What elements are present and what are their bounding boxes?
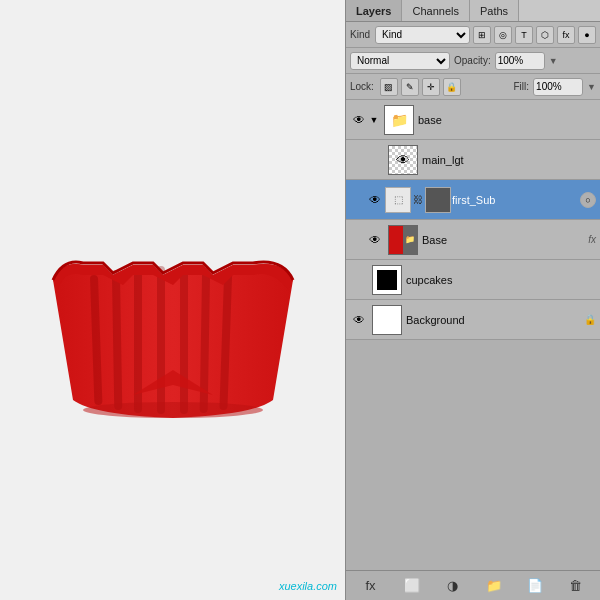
new-group-icon[interactable]: 📁 [484,576,504,596]
layer-name-first-sub: first_Sub [452,194,580,206]
filter-icon-1[interactable]: ⊞ [473,26,491,44]
visibility-circle[interactable]: ○ [580,192,596,208]
filter-icon-5[interactable]: fx [557,26,575,44]
lock-label: Lock: [350,81,374,92]
panel-tabs: Layers Channels Paths [346,0,600,22]
layer-name-cupcakes: cupcakes [406,274,596,286]
layer-thumb-cupcakes [372,265,402,295]
layer-item-background[interactable]: 👁 Background 🔒 [346,300,600,340]
layer-thumb-first-sub-1: ⬚ [385,187,411,213]
fill-arrow[interactable]: ▼ [587,82,596,92]
fx-indicator: fx [588,234,596,245]
layer-thumb-base-layer: 📁 [388,225,418,255]
layer-name-base-group: base [418,114,596,126]
expand-icon-base[interactable]: ▼ [368,111,380,129]
filter-label: Kind [350,29,370,40]
eye-icon-first-sub[interactable]: 👁 [366,191,384,209]
tab-layers[interactable]: Layers [346,0,402,21]
lock-move-btn[interactable]: ✛ [422,78,440,96]
lock-icons: ▨ ✎ ✛ 🔒 [380,78,461,96]
filter-icon-4[interactable]: ⬡ [536,26,554,44]
tab-channels[interactable]: Channels [402,0,469,21]
lock-row: Lock: ▨ ✎ ✛ 🔒 Fill: ▼ [346,74,600,100]
layer-thumb-first-sub-2 [425,187,451,213]
delete-layer-icon[interactable]: 🗑 [566,576,586,596]
layer-item-cupcakes[interactable]: 👁 cupcakes [346,260,600,300]
chain-icon: ⛓ [413,194,423,205]
eye-icon-background[interactable]: 👁 [350,311,368,329]
svg-rect-3 [157,266,165,414]
layer-thumb-base-group: 📁 [384,105,414,135]
filter-icon-2[interactable]: ◎ [494,26,512,44]
layer-item-first-sub[interactable]: 👁 ⬚ ⛓ first_Sub ○ [346,180,600,220]
adjustment-icon[interactable]: ◑ [443,576,463,596]
fill-input[interactable] [533,78,583,96]
opacity-arrow[interactable]: ▼ [549,56,558,66]
opacity-label: Opacity: [454,55,491,66]
lock-icon-background: 🔒 [584,314,596,325]
layer-name-main-lgt: main_lgt [422,154,596,166]
filter-icon-3[interactable]: T [515,26,533,44]
layer-item-main-lgt[interactable]: 👁 👁 main_lgt [346,140,600,180]
watermark: xuexila.com [279,580,337,592]
layer-thumb-background [372,305,402,335]
svg-rect-4 [180,266,188,414]
add-style-icon[interactable]: fx [361,576,381,596]
cupcake-artwork [33,220,313,420]
lock-all-btn[interactable]: 🔒 [443,78,461,96]
lock-paint-btn[interactable]: ✎ [401,78,419,96]
layer-name-base-layer: Base [422,234,584,246]
panel-bottom: fx ⬜ ◑ 📁 📄 🗑 [346,570,600,600]
opacity-input[interactable] [495,52,545,70]
lock-transparent-btn[interactable]: ▨ [380,78,398,96]
filter-select[interactable]: Kind [375,26,470,44]
new-layer-icon[interactable]: 📄 [525,576,545,596]
layer-item-base-group[interactable]: 👁 ▼ 📁 base [346,100,600,140]
blend-mode-select[interactable]: Normal [350,52,450,70]
fill-label: Fill: [514,81,530,92]
add-mask-icon[interactable]: ⬜ [402,576,422,596]
filter-icon-6[interactable]: ● [578,26,596,44]
layer-thumb-main-lgt: 👁 [388,145,418,175]
svg-point-7 [83,402,263,418]
layer-name-background: Background [406,314,580,326]
layers-panel: Layers Channels Paths Kind Kind ⊞ ◎ T ⬡ … [345,0,600,600]
dual-thumb-first-sub: ⬚ ⛓ [384,187,452,213]
layer-item-base-layer[interactable]: 👁 📁 Base fx [346,220,600,260]
filter-row: Kind Kind ⊞ ◎ T ⬡ fx ● [346,22,600,48]
layer-list: 👁 ▼ 📁 base 👁 👁 main_lgt 👁 ⬚ ⛓ [346,100,600,570]
eye-icon-base-layer[interactable]: 👁 [366,231,384,249]
canvas-area: xuexila.com [0,0,345,600]
eye-icon-base-group[interactable]: 👁 [350,111,368,129]
tab-paths[interactable]: Paths [470,0,519,21]
blend-row: Normal Opacity: ▼ [346,48,600,74]
